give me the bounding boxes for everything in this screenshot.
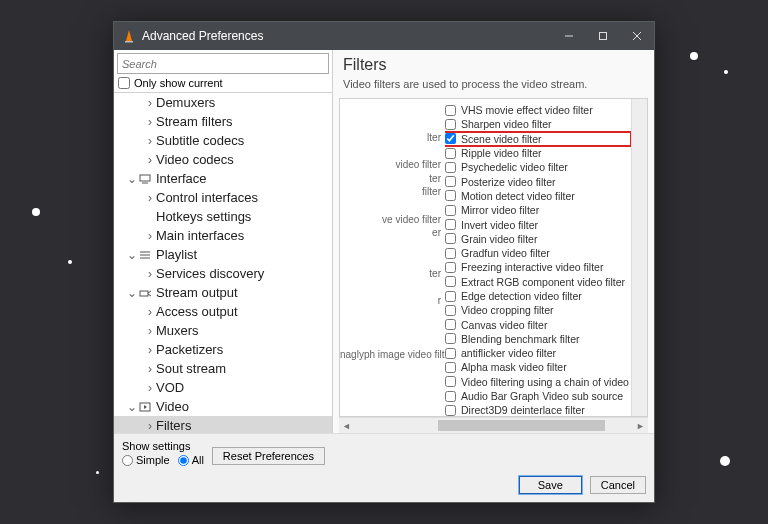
scroll-left-icon[interactable]: ◄ [339, 418, 354, 433]
filter-row[interactable]: Sharpen video filter [445, 117, 631, 131]
tree-item[interactable]: ⌄Playlist [114, 245, 332, 264]
tree-item[interactable]: ›Main interfaces [114, 226, 332, 245]
filter-row[interactable]: Edge detection video filter [445, 289, 631, 303]
only-show-current-input[interactable] [118, 77, 130, 89]
horizontal-scrollbar[interactable]: ◄ ► [339, 417, 648, 433]
tree-item[interactable]: ›Video codecs [114, 150, 332, 169]
scroll-right-icon[interactable]: ► [633, 418, 648, 433]
filter-checkbox[interactable] [445, 162, 456, 173]
chevron-right-icon[interactable]: › [144, 362, 156, 376]
minimize-button[interactable] [552, 22, 586, 50]
chevron-right-icon[interactable]: › [144, 153, 156, 167]
close-button[interactable] [620, 22, 654, 50]
chevron-right-icon[interactable]: › [144, 267, 156, 281]
tree-item[interactable]: ›Muxers [114, 321, 332, 340]
save-button[interactable]: Save [519, 476, 582, 494]
chevron-right-icon[interactable]: › [144, 229, 156, 243]
filter-checkbox[interactable] [445, 148, 456, 159]
filter-row[interactable]: Psychedelic video filter [445, 160, 631, 174]
filter-checkbox[interactable] [445, 119, 456, 130]
radio-simple[interactable]: Simple [122, 454, 170, 466]
filter-row[interactable]: Alpha mask video filter [445, 360, 631, 374]
reset-preferences-button[interactable]: Reset Preferences [212, 447, 325, 465]
tree-item[interactable]: ›Control interfaces [114, 188, 332, 207]
chevron-right-icon[interactable]: › [144, 134, 156, 148]
tree-item[interactable]: ›Subtitle codecs [114, 131, 332, 150]
scroll-thumb[interactable] [438, 420, 605, 431]
filter-row[interactable]: Motion detect video filter [445, 189, 631, 203]
tree-item[interactable]: ⌄Interface [114, 169, 332, 188]
filter-row[interactable]: Scene video filter [445, 132, 631, 146]
filter-list[interactable]: VHS movie effect video filterSharpen vid… [445, 99, 631, 416]
vertical-scrollbar[interactable] [631, 99, 647, 416]
filter-checkbox[interactable] [445, 376, 456, 387]
filter-row[interactable]: Video filtering using a chain of video f… [445, 375, 631, 389]
filter-checkbox[interactable] [445, 391, 456, 402]
svg-rect-1 [125, 41, 133, 43]
filter-row[interactable]: Audio Bar Graph Video sub source [445, 389, 631, 403]
filter-checkbox[interactable] [445, 291, 456, 302]
chevron-down-icon[interactable]: ⌄ [126, 400, 138, 414]
filter-checkbox[interactable] [445, 405, 456, 416]
tree-item[interactable]: ›Stream filters [114, 112, 332, 131]
chevron-right-icon[interactable]: › [144, 96, 156, 110]
chevron-right-icon[interactable]: › [144, 191, 156, 205]
filter-checkbox[interactable] [445, 262, 456, 273]
chevron-right-icon[interactable]: › [144, 343, 156, 357]
radio-all[interactable]: All [178, 454, 204, 466]
filter-row[interactable]: VHS movie effect video filter [445, 103, 631, 117]
chevron-down-icon[interactable]: ⌄ [126, 286, 138, 300]
tree-item[interactable]: ⌄Video [114, 397, 332, 416]
filter-checkbox[interactable] [445, 276, 456, 287]
tree-item[interactable]: ›Demuxers [114, 93, 332, 112]
cancel-button[interactable]: Cancel [590, 476, 646, 494]
filter-row[interactable]: antiflicker video filter [445, 346, 631, 360]
filter-row[interactable]: Extract RGB component video filter [445, 275, 631, 289]
filter-row[interactable]: Grain video filter [445, 232, 631, 246]
filter-checkbox[interactable] [445, 205, 456, 216]
tree-item[interactable]: ›Services discovery [114, 264, 332, 283]
only-show-current-checkbox[interactable]: Only show current [114, 77, 332, 92]
maximize-button[interactable] [586, 22, 620, 50]
filter-row[interactable]: Mirror video filter [445, 203, 631, 217]
tree-item[interactable]: ›Packetizers [114, 340, 332, 359]
filter-checkbox[interactable] [445, 133, 456, 144]
chevron-right-icon[interactable]: › [144, 115, 156, 129]
filter-row[interactable]: Canvas video filter [445, 317, 631, 331]
chevron-right-icon[interactable]: › [144, 324, 156, 338]
tree-item[interactable]: ›VOD [114, 378, 332, 397]
filter-checkbox[interactable] [445, 190, 456, 201]
settings-tree[interactable]: ›Demuxers›Stream filters›Subtitle codecs… [114, 92, 332, 433]
chevron-right-icon[interactable]: › [144, 419, 156, 433]
chevron-right-icon[interactable]: › [144, 381, 156, 395]
filter-checkbox[interactable] [445, 362, 456, 373]
filter-row[interactable]: Direct3D9 deinterlace filter [445, 403, 631, 416]
tree-item[interactable]: ›Sout stream [114, 359, 332, 378]
chevron-down-icon[interactable]: ⌄ [126, 248, 138, 262]
filter-row[interactable]: Invert video filter [445, 217, 631, 231]
filter-row[interactable]: Video cropping filter [445, 303, 631, 317]
filter-row[interactable]: Ripple video filter [445, 146, 631, 160]
tree-item[interactable]: Hotkeys settings [114, 207, 332, 226]
search-input[interactable] [117, 53, 329, 74]
filter-checkbox[interactable] [445, 348, 456, 359]
filter-checkbox[interactable] [445, 219, 456, 230]
filter-checkbox[interactable] [445, 319, 456, 330]
filter-checkbox[interactable] [445, 248, 456, 259]
filter-checkbox[interactable] [445, 176, 456, 187]
filter-row[interactable]: Gradfun video filter [445, 246, 631, 260]
scroll-track[interactable] [354, 418, 633, 433]
tree-item[interactable]: ›Filters [114, 416, 332, 433]
filter-row[interactable]: Blending benchmark filter [445, 332, 631, 346]
tree-item[interactable]: ›Access output [114, 302, 332, 321]
filter-row[interactable]: Freezing interactive video filter [445, 260, 631, 274]
tree-item[interactable]: ⌄Stream output [114, 283, 332, 302]
filter-row[interactable]: Posterize video filter [445, 174, 631, 188]
titlebar[interactable]: Advanced Preferences [114, 22, 654, 50]
filter-checkbox[interactable] [445, 105, 456, 116]
chevron-right-icon[interactable]: › [144, 305, 156, 319]
filter-checkbox[interactable] [445, 233, 456, 244]
filter-checkbox[interactable] [445, 305, 456, 316]
chevron-down-icon[interactable]: ⌄ [126, 172, 138, 186]
filter-checkbox[interactable] [445, 333, 456, 344]
